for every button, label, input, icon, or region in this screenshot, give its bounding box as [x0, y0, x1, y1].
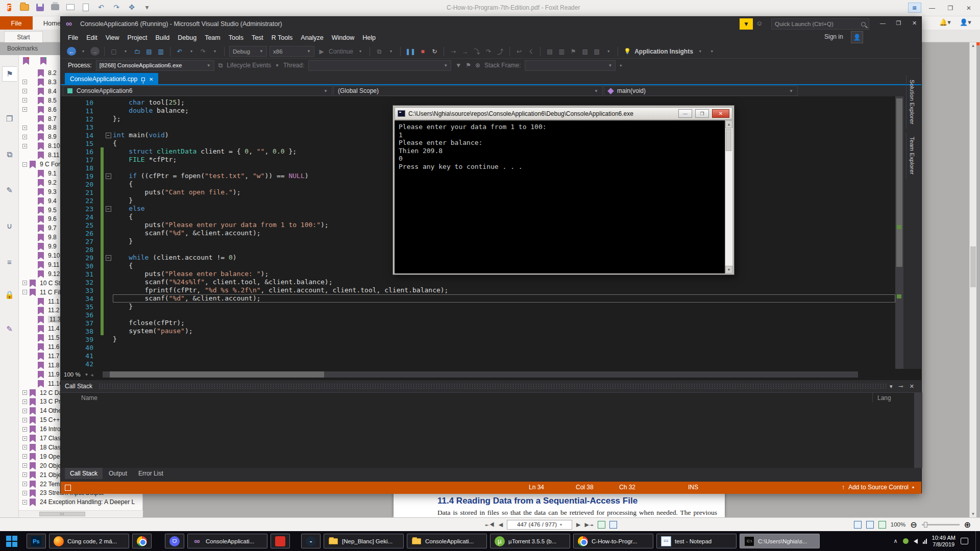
- tab-consoleapplication6-cpp[interactable]: ConsoleApplication6.cpp ✕: [65, 73, 158, 85]
- expand-icon[interactable]: +: [22, 98, 27, 103]
- code-line[interactable]: 37 fclose(cfPtr);: [61, 319, 895, 327]
- expand-icon[interactable]: +: [22, 126, 27, 130]
- member-dropdown[interactable]: main(void)▼: [604, 86, 798, 96]
- vs-maximize-button[interactable]: ❐: [891, 17, 906, 29]
- menu-test[interactable]: Test: [248, 34, 267, 41]
- fit-page-icon[interactable]: [866, 521, 874, 529]
- send-feedback-icon[interactable]: ☺: [756, 19, 763, 27]
- collapse-icon[interactable]: −: [106, 255, 111, 261]
- console-output[interactable]: Please enter your data from 1 to 100: 1 …: [395, 120, 732, 273]
- expand-icon[interactable]: +: [22, 500, 27, 505]
- menu-project[interactable]: Project: [124, 34, 152, 41]
- sign-panel-icon[interactable]: ✎: [2, 321, 17, 337]
- expand-icon[interactable]: +: [22, 281, 27, 285]
- layers-panel-icon[interactable]: ⧉: [2, 147, 17, 162]
- callstack-body[interactable]: [61, 403, 921, 468]
- bell-icon[interactable]: 🔔▾: [939, 18, 951, 26]
- show-next-statement-icon[interactable]: ⇢: [449, 47, 458, 56]
- code-line[interactable]: 38 system("pause");: [61, 327, 895, 335]
- new-file-icon[interactable]: ▢: [109, 47, 118, 56]
- collapse-icon[interactable]: −: [106, 133, 111, 138]
- page-number-input[interactable]: 447 (476 / 977)▾: [507, 520, 572, 530]
- zoom-slider[interactable]: [922, 524, 960, 525]
- expand-icon[interactable]: +: [22, 436, 27, 441]
- foxit-logo-icon[interactable]: F: [4, 2, 14, 12]
- editor-hscrollbar[interactable]: [103, 371, 858, 378]
- expand-icon[interactable]: +: [22, 454, 27, 459]
- thread-combo[interactable]: ▼: [308, 60, 451, 71]
- flag-filter-icon[interactable]: ▼: [455, 62, 461, 69]
- quick-launch-input[interactable]: Quick Launch (Ctrl+Q): [771, 18, 869, 30]
- redo-icon[interactable]: ↷: [111, 2, 121, 12]
- expand-icon[interactable]: +: [22, 418, 27, 422]
- application-insights-button[interactable]: Application Insights: [634, 47, 693, 56]
- continue-button[interactable]: Continue: [329, 47, 353, 56]
- start-button[interactable]: [0, 531, 23, 551]
- toolbar-options-icon[interactable]: ▾: [604, 47, 613, 56]
- add-to-source-control-button[interactable]: ↑ Add to Source Control ▾: [842, 484, 914, 491]
- menu-help[interactable]: Help: [358, 34, 380, 41]
- run-to-cursor-icon[interactable]: →: [460, 47, 470, 56]
- action-center-icon[interactable]: [961, 538, 968, 544]
- taskbar-item-red-app[interactable]: [271, 534, 290, 548]
- console-maximize-button[interactable]: ❐: [695, 109, 709, 118]
- side-tab-team-explorer[interactable]: Team Explorer: [906, 133, 918, 179]
- single-page-view-icon[interactable]: [609, 521, 617, 529]
- prev-page-button[interactable]: ◀: [499, 521, 503, 528]
- editor-vscrollbar[interactable]: [895, 96, 903, 369]
- continue-icon[interactable]: ▶: [317, 47, 326, 56]
- avatar[interactable]: 👤: [851, 31, 863, 43]
- panel-pin-icon[interactable]: ⊸: [896, 383, 906, 390]
- overflow-icon[interactable]: ▾: [386, 47, 396, 56]
- zoom-out-button[interactable]: ⊖: [910, 520, 917, 530]
- bookmarks-hscroll-thumb[interactable]: ΙΙΙ: [39, 512, 85, 516]
- bookmarks-hscrollbar[interactable]: ΙΙΙ: [19, 510, 143, 517]
- code-line[interactable]: 41: [61, 352, 895, 360]
- menu-analyze[interactable]: Analyze: [297, 34, 327, 41]
- first-page-button[interactable]: ⯬◀: [485, 521, 495, 528]
- code-line[interactable]: 33 fprintf(cfPtr, "%d %s %.2f\n", client…: [61, 286, 895, 294]
- expand-icon[interactable]: +: [22, 107, 27, 112]
- side-tab-solution-explorer[interactable]: Solution Explorer: [906, 76, 918, 129]
- editor-vscroll-thumb[interactable]: [896, 98, 902, 267]
- menu-file[interactable]: File: [64, 34, 82, 41]
- scroll-up-icon[interactable]: ▲: [725, 120, 732, 128]
- menu-window[interactable]: Window: [328, 34, 358, 41]
- taskbar-item-discord[interactable]: ᗜ: [165, 534, 184, 548]
- pages-panel-icon[interactable]: ❐: [2, 111, 17, 127]
- code-line[interactable]: 35 }: [61, 303, 895, 311]
- panel-tab-output[interactable]: Output: [104, 468, 132, 479]
- stack-frame-combo[interactable]: ▼: [525, 60, 616, 71]
- panel-tab-error-list[interactable]: Error List: [133, 468, 168, 479]
- watch-window-icon[interactable]: ▧: [580, 47, 590, 56]
- pin-icon[interactable]: [141, 78, 145, 81]
- redo-icon[interactable]: ↷: [199, 47, 208, 56]
- close-tab-icon[interactable]: ✕: [149, 77, 153, 82]
- show-desktop-button[interactable]: [975, 531, 978, 551]
- save-icon[interactable]: [35, 2, 45, 12]
- code-line[interactable]: 32 scanf("%24s%lf", client.tool, &client…: [61, 278, 895, 286]
- process-combo[interactable]: [8268] ConsoleApplication6.exe▼: [96, 60, 214, 71]
- actual-size-icon[interactable]: [878, 521, 886, 529]
- taskbar-item-folder[interactable]: [Nep_Blanc] Geki...: [324, 534, 404, 548]
- step-out-icon[interactable]: ⤴: [496, 47, 505, 56]
- taskbar-item-chrome[interactable]: C-How-to-Progr...: [573, 534, 653, 548]
- console-titlebar[interactable]: C:\Users\Nghia\source\repos\ConsoleAppli…: [395, 107, 732, 120]
- foxit-tab-start[interactable]: Start: [4, 31, 43, 42]
- expand-icon[interactable]: +: [22, 409, 27, 413]
- menu-r-tools[interactable]: R Tools: [267, 34, 297, 41]
- callstack-panel-header[interactable]: Call Stack ▾ ⊸ ✕: [61, 380, 921, 392]
- expand-icon[interactable]: +: [22, 399, 27, 404]
- console-close-button[interactable]: ✕: [712, 109, 729, 118]
- taskbar-item-photoshop[interactable]: Ps: [27, 534, 46, 548]
- editor-zoom-dropdown[interactable]: 100 %▼: [64, 371, 89, 378]
- taskbar-item-folder[interactable]: ConsoleApplicati...: [407, 534, 487, 548]
- menu-build[interactable]: Build: [151, 34, 174, 41]
- bookmark-item[interactable]: +24 Exception Handling: A Deeper L: [19, 497, 142, 507]
- account-icon[interactable]: 👤▾: [960, 18, 971, 26]
- delete-bookmark-icon[interactable]: [23, 57, 29, 65]
- lightning-icon[interactable]: ☇: [526, 47, 535, 56]
- debug-configuration-combo[interactable]: Debug▼: [229, 46, 267, 57]
- undo-icon[interactable]: ↶: [96, 2, 106, 12]
- menu-team[interactable]: Team: [201, 34, 225, 41]
